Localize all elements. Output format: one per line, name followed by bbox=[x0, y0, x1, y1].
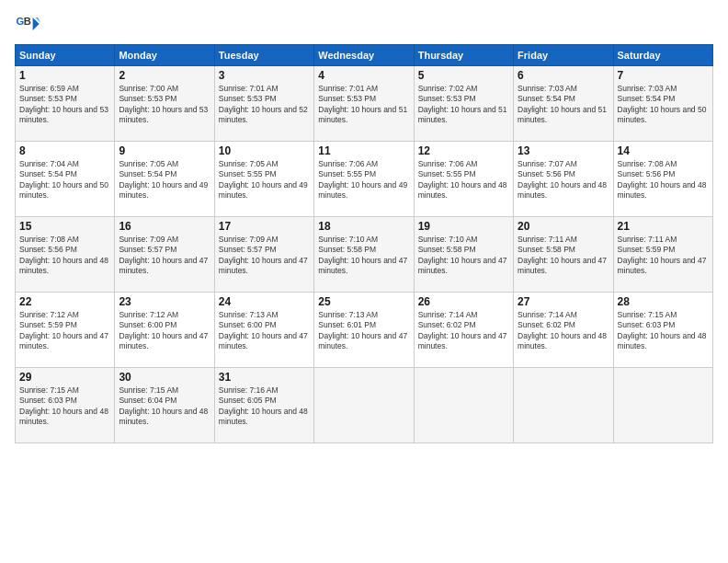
day-number: 11 bbox=[318, 144, 409, 157]
day-header-saturday: Saturday bbox=[613, 45, 712, 66]
day-number: 21 bbox=[618, 220, 709, 233]
day-number: 19 bbox=[418, 220, 509, 233]
day-info: Sunrise: 7:08 AM Sunset: 5:56 PM Dayligh… bbox=[618, 159, 709, 201]
calendar-cell: 2 Sunrise: 7:00 AM Sunset: 5:53 PM Dayli… bbox=[115, 66, 214, 142]
day-info: Sunrise: 7:15 AM Sunset: 6:03 PM Dayligh… bbox=[19, 385, 110, 428]
day-number: 13 bbox=[518, 144, 609, 157]
day-number: 12 bbox=[418, 144, 509, 157]
day-number: 1 bbox=[19, 69, 110, 82]
svg-text:G: G bbox=[16, 16, 24, 27]
day-info: Sunrise: 7:14 AM Sunset: 6:02 PM Dayligh… bbox=[418, 310, 509, 352]
calendar-table: SundayMondayTuesdayWednesdayThursdayFrid… bbox=[15, 44, 713, 443]
day-number: 23 bbox=[119, 295, 210, 308]
day-number: 20 bbox=[518, 220, 609, 233]
calendar-cell: 4 Sunrise: 7:01 AM Sunset: 5:53 PM Dayli… bbox=[314, 66, 414, 142]
calendar-cell: 29 Sunrise: 7:15 AM Sunset: 6:03 PM Dayl… bbox=[16, 368, 115, 443]
day-info: Sunrise: 7:03 AM Sunset: 5:54 PM Dayligh… bbox=[518, 84, 609, 126]
calendar-cell: 12 Sunrise: 7:06 AM Sunset: 5:55 PM Dayl… bbox=[414, 142, 513, 217]
calendar-cell: 20 Sunrise: 7:11 AM Sunset: 5:58 PM Dayl… bbox=[514, 217, 613, 293]
day-info: Sunrise: 7:11 AM Sunset: 5:58 PM Dayligh… bbox=[518, 235, 609, 277]
svg-text:B: B bbox=[24, 16, 31, 27]
day-info: Sunrise: 7:16 AM Sunset: 6:05 PM Dayligh… bbox=[219, 385, 310, 428]
day-number: 26 bbox=[418, 295, 509, 308]
calendar-cell: 16 Sunrise: 7:09 AM Sunset: 5:57 PM Dayl… bbox=[115, 217, 214, 293]
calendar-cell: 18 Sunrise: 7:10 AM Sunset: 5:58 PM Dayl… bbox=[314, 217, 414, 293]
calendar-cell: 24 Sunrise: 7:13 AM Sunset: 6:00 PM Dayl… bbox=[214, 293, 313, 368]
day-info: Sunrise: 7:05 AM Sunset: 5:55 PM Dayligh… bbox=[219, 159, 310, 201]
day-header-monday: Monday bbox=[115, 45, 214, 66]
calendar-cell: 22 Sunrise: 7:12 AM Sunset: 5:59 PM Dayl… bbox=[16, 293, 115, 368]
calendar-cell: 7 Sunrise: 7:03 AM Sunset: 5:54 PM Dayli… bbox=[613, 66, 712, 142]
calendar-cell: 10 Sunrise: 7:05 AM Sunset: 5:55 PM Dayl… bbox=[214, 142, 313, 217]
calendar-page: G B SundayMondayTuesdayWednesdayThursday… bbox=[0, 0, 728, 563]
day-number: 5 bbox=[418, 69, 509, 82]
day-info: Sunrise: 7:10 AM Sunset: 5:58 PM Dayligh… bbox=[418, 235, 509, 277]
calendar-cell: 1 Sunrise: 6:59 AM Sunset: 5:53 PM Dayli… bbox=[16, 66, 115, 142]
day-info: Sunrise: 7:06 AM Sunset: 5:55 PM Dayligh… bbox=[418, 159, 509, 201]
header: G B bbox=[15, 11, 713, 37]
day-info: Sunrise: 7:02 AM Sunset: 5:53 PM Dayligh… bbox=[418, 84, 509, 126]
day-number: 17 bbox=[219, 220, 310, 233]
day-info: Sunrise: 7:13 AM Sunset: 6:00 PM Dayligh… bbox=[219, 310, 310, 352]
calendar-cell: 13 Sunrise: 7:07 AM Sunset: 5:56 PM Dayl… bbox=[514, 142, 613, 217]
day-number: 2 bbox=[119, 69, 210, 82]
day-info: Sunrise: 7:01 AM Sunset: 5:53 PM Dayligh… bbox=[318, 84, 409, 126]
calendar-cell: 23 Sunrise: 7:12 AM Sunset: 6:00 PM Dayl… bbox=[115, 293, 214, 368]
day-info: Sunrise: 7:05 AM Sunset: 5:54 PM Dayligh… bbox=[119, 159, 210, 201]
calendar-cell: 19 Sunrise: 7:10 AM Sunset: 5:58 PM Dayl… bbox=[414, 217, 513, 293]
day-number: 15 bbox=[19, 220, 110, 233]
day-header-wednesday: Wednesday bbox=[314, 45, 414, 66]
calendar-cell bbox=[613, 368, 712, 443]
day-number: 25 bbox=[318, 295, 409, 308]
day-info: Sunrise: 7:04 AM Sunset: 5:54 PM Dayligh… bbox=[19, 159, 110, 201]
calendar-cell: 31 Sunrise: 7:16 AM Sunset: 6:05 PM Dayl… bbox=[214, 368, 313, 443]
calendar-cell: 26 Sunrise: 7:14 AM Sunset: 6:02 PM Dayl… bbox=[414, 293, 513, 368]
calendar-cell: 21 Sunrise: 7:11 AM Sunset: 5:59 PM Dayl… bbox=[613, 217, 712, 293]
day-number: 8 bbox=[19, 144, 110, 157]
calendar-week-2: 8 Sunrise: 7:04 AM Sunset: 5:54 PM Dayli… bbox=[16, 142, 713, 217]
day-number: 29 bbox=[19, 371, 110, 384]
logo-icon: G B bbox=[15, 11, 40, 37]
day-number: 28 bbox=[618, 295, 709, 308]
day-info: Sunrise: 7:11 AM Sunset: 5:59 PM Dayligh… bbox=[618, 235, 709, 277]
calendar-cell: 6 Sunrise: 7:03 AM Sunset: 5:54 PM Dayli… bbox=[514, 66, 613, 142]
calendar-cell: 17 Sunrise: 7:09 AM Sunset: 5:57 PM Dayl… bbox=[214, 217, 313, 293]
calendar-cell: 3 Sunrise: 7:01 AM Sunset: 5:53 PM Dayli… bbox=[214, 66, 313, 142]
day-info: Sunrise: 7:09 AM Sunset: 5:57 PM Dayligh… bbox=[119, 235, 210, 277]
day-number: 18 bbox=[318, 220, 409, 233]
calendar-week-3: 15 Sunrise: 7:08 AM Sunset: 5:56 PM Dayl… bbox=[16, 217, 713, 293]
day-header-thursday: Thursday bbox=[414, 45, 513, 66]
day-number: 4 bbox=[318, 69, 409, 82]
day-info: Sunrise: 7:09 AM Sunset: 5:57 PM Dayligh… bbox=[219, 235, 310, 277]
calendar-cell: 27 Sunrise: 7:14 AM Sunset: 6:02 PM Dayl… bbox=[514, 293, 613, 368]
day-info: Sunrise: 7:06 AM Sunset: 5:55 PM Dayligh… bbox=[318, 159, 409, 201]
day-info: Sunrise: 7:15 AM Sunset: 6:03 PM Dayligh… bbox=[618, 310, 709, 352]
day-info: Sunrise: 7:14 AM Sunset: 6:02 PM Dayligh… bbox=[518, 310, 609, 352]
day-number: 31 bbox=[219, 371, 310, 384]
calendar-cell bbox=[514, 368, 613, 443]
day-number: 24 bbox=[219, 295, 310, 308]
day-info: Sunrise: 7:00 AM Sunset: 5:53 PM Dayligh… bbox=[119, 84, 210, 126]
day-info: Sunrise: 7:12 AM Sunset: 5:59 PM Dayligh… bbox=[19, 310, 110, 352]
calendar-week-5: 29 Sunrise: 7:15 AM Sunset: 6:03 PM Dayl… bbox=[16, 368, 713, 443]
day-number: 30 bbox=[119, 371, 210, 384]
calendar-cell: 30 Sunrise: 7:15 AM Sunset: 6:04 PM Dayl… bbox=[115, 368, 214, 443]
day-info: Sunrise: 7:12 AM Sunset: 6:00 PM Dayligh… bbox=[119, 310, 210, 352]
calendar-cell: 28 Sunrise: 7:15 AM Sunset: 6:03 PM Dayl… bbox=[613, 293, 712, 368]
day-info: Sunrise: 7:13 AM Sunset: 6:01 PM Dayligh… bbox=[318, 310, 409, 352]
day-info: Sunrise: 7:10 AM Sunset: 5:58 PM Dayligh… bbox=[318, 235, 409, 277]
calendar-cell bbox=[414, 368, 513, 443]
calendar-cell bbox=[314, 368, 414, 443]
calendar-week-4: 22 Sunrise: 7:12 AM Sunset: 5:59 PM Dayl… bbox=[16, 293, 713, 368]
logo: G B bbox=[15, 11, 44, 37]
day-info: Sunrise: 7:15 AM Sunset: 6:04 PM Dayligh… bbox=[119, 385, 210, 428]
calendar-week-1: 1 Sunrise: 6:59 AM Sunset: 5:53 PM Dayli… bbox=[16, 66, 713, 142]
calendar-cell: 25 Sunrise: 7:13 AM Sunset: 6:01 PM Dayl… bbox=[314, 293, 414, 368]
calendar-cell: 11 Sunrise: 7:06 AM Sunset: 5:55 PM Dayl… bbox=[314, 142, 414, 217]
day-number: 3 bbox=[219, 69, 310, 82]
day-info: Sunrise: 7:08 AM Sunset: 5:56 PM Dayligh… bbox=[19, 235, 110, 277]
day-number: 9 bbox=[119, 144, 210, 157]
day-number: 22 bbox=[19, 295, 110, 308]
day-number: 16 bbox=[119, 220, 210, 233]
day-number: 7 bbox=[618, 69, 709, 82]
